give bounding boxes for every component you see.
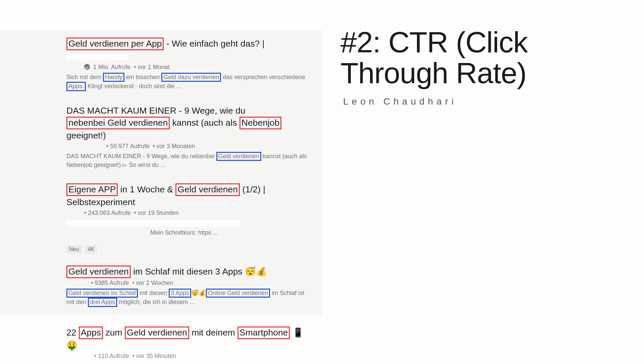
keyword-highlight-red: Eigene APP (66, 183, 118, 196)
redacted-area (66, 220, 241, 227)
result-meta: • 50.977 Aufrufe • vor 3 Monaten (66, 143, 312, 150)
keyword-highlight-blue: Apps. (66, 82, 86, 91)
keyword-highlight-red: Geld verdienen per App (66, 38, 164, 50)
keyword-highlight-blue: Online Geld verdienen (206, 289, 270, 298)
result-badges: Neu 4K (66, 245, 312, 253)
keyword-highlight-red: Geld verdienen (66, 265, 131, 278)
keyword-highlight-blue: Geld verdienen im Schlaf (66, 289, 138, 298)
search-results-panel: Geld verdienen per App - Wie einfach geh… (0, 30, 322, 315)
result-description: Geld verdienen im Schlaf mit diesen 3 Ap… (66, 289, 311, 307)
result-meta: • 9385 Aufrufe • vor 2 Wochen (66, 280, 312, 287)
keyword-highlight-red: Smartphone (237, 326, 290, 339)
search-result: Geld verdienen per App - Wie einfach geh… (66, 38, 312, 91)
keyword-highlight-red: nebenbei Geld verdienen (66, 117, 170, 129)
keyword-highlight-blue: drei Apps (88, 298, 117, 307)
slide-text-panel: #2: CTR (Click Through Rate) Leon Chaudh… (340, 27, 582, 107)
badge-new: Neu (66, 245, 82, 253)
result-title[interactable]: Geld verdienen im Schlaf mit diesen 3 Ap… (66, 265, 312, 278)
result-title[interactable]: Eigene APP in 1 Woche & Geld verdienen (… (66, 183, 312, 208)
keyword-highlight-red: Apps (79, 326, 103, 339)
result-title[interactable]: Geld verdienen per App - Wie einfach geh… (66, 38, 312, 62)
redacted-area (66, 54, 128, 61)
search-result: Geld verdienen im Schlaf mit diesen 3 Ap… (66, 265, 312, 307)
slide-author: Leon Chaudhari (340, 96, 582, 107)
keyword-highlight-red: Geld verdienen (125, 326, 189, 339)
keyword-highlight-blue: Geld verdienen (216, 152, 261, 161)
search-result: Eigene APP in 1 Woche & Geld verdienen (… (66, 183, 312, 253)
result-description: DAS MACHT KAUM EINER - 9 Wege, wie du ne… (66, 152, 311, 169)
verified-icon (84, 64, 90, 70)
result-description: Mein Schnittkurs: https ... (66, 229, 311, 237)
search-result: DAS MACHT KAUM EINER - 9 Wege, wie du ne… (66, 105, 312, 169)
result-title[interactable]: 22 Apps zum Geld verdienen mit deinem Sm… (66, 326, 312, 351)
result-meta: • 110 Aufrufe • vor 35 Minuten (66, 353, 312, 360)
badge-4k: 4K (85, 245, 97, 253)
slide-headline: #2: CTR (Click Through Rate) (340, 27, 582, 88)
result-meta: • 243.063 Aufrufe • vor 19 Stunden (66, 209, 312, 217)
keyword-highlight-red: Nebenjob (239, 117, 281, 129)
keyword-highlight-blue: 3 Apps (169, 289, 191, 298)
result-description: Sich mit dem Handy ein bisschen Geld daz… (66, 73, 311, 91)
result-meta: 1 Mio. Aufrufe • vor 1 Monat (66, 64, 312, 71)
result-title[interactable]: DAS MACHT KAUM EINER - 9 Wege, wie du ne… (66, 105, 312, 141)
keyword-highlight-blue: Geld dazu verdienen (161, 73, 221, 82)
keyword-highlight-red: Geld verdienen (175, 183, 240, 196)
keyword-highlight-blue: Handy (103, 73, 124, 82)
search-result: 22 Apps zum Geld verdienen mit deinem Sm… (66, 326, 312, 360)
